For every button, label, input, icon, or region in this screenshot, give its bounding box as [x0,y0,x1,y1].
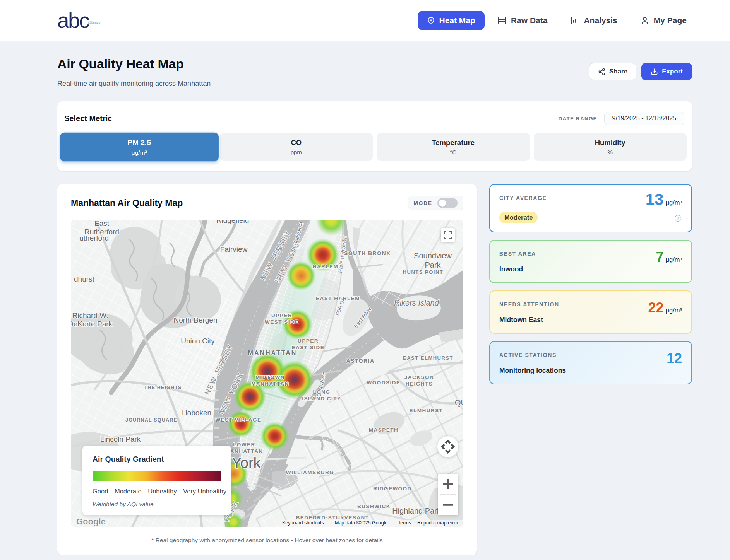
svg-text:BUSHWICK: BUSHWICK [357,504,391,509]
svg-text:ISLAND CITY: ISLAND CITY [302,396,341,401]
svg-text:BEDFORD-STUYVESANT: BEDFORD-STUYVESANT [296,515,369,521]
svg-text:SOUTH BRONX: SOUTH BRONX [344,250,391,256]
svg-text:Richard W.: Richard W. [72,311,108,319]
svg-text:HARLEM: HARLEM [313,264,339,270]
svg-text:North Bergen: North Bergen [173,316,217,324]
svg-text:Keyboard shortcuts: Keyboard shortcuts [282,520,324,526]
svg-text:East: East [94,220,110,227]
svg-text:Fairview: Fairview [220,245,248,253]
svg-text:MANHATTAN: MANHATTAN [251,381,289,387]
svg-text:JOURNAL SQUARE: JOURNAL SQUARE [125,417,177,423]
svg-text:dhurst: dhurst [74,275,95,283]
svg-text:MIDTOWN: MIDTOWN [255,374,285,380]
svg-text:Park: Park [425,261,441,269]
svg-text:Ridgefield: Ridgefield [216,220,249,224]
svg-text:ELMHURST: ELMHURST [410,408,443,413]
svg-text:Report a map error: Report a map error [417,520,458,526]
svg-text:HEIGHTS: HEIGHTS [406,381,433,387]
svg-text:Union City: Union City [181,337,215,345]
svg-text:EAST ELMHURST: EAST ELMHURST [403,355,453,361]
svg-text:WEST SIDE: WEST SIDE [265,319,299,325]
svg-text:WILLIAMSBURG: WILLIAMSBURG [286,470,334,475]
svg-text:WOODSIDE: WOODSIDE [367,380,400,386]
svg-text:MASPETH: MASPETH [369,427,399,433]
svg-text:Rikers Island: Rikers Island [394,299,439,307]
svg-text:utherford: utherford [79,234,109,242]
svg-text:Soundview: Soundview [414,251,452,260]
svg-text:DeKorte Park: DeKorte Park [71,320,113,328]
svg-text:HUNTS POINT: HUNTS POINT [403,269,444,275]
svg-text:JACKSON: JACKSON [404,374,434,380]
svg-text:Highland Park: Highland Park [392,507,441,515]
svg-text:Hoboken: Hoboken [182,409,211,417]
svg-text:Terms: Terms [398,520,411,526]
svg-text:ASTORIA: ASTORIA [346,358,374,364]
svg-text:RIDGEWOOD: RIDGEWOOD [373,486,412,492]
svg-text:LOWER: LOWER [233,442,255,447]
svg-text:QUE: QUE [455,398,463,407]
svg-text:UPPER: UPPER [298,338,319,344]
svg-text:THE HEIGHTS: THE HEIGHTS [144,385,182,390]
svg-text:Lincoln Park: Lincoln Park [100,435,141,443]
svg-text:EAST HARLEM: EAST HARLEM [316,295,360,301]
svg-text:WEST VILLAGE: WEST VILLAGE [215,417,261,423]
svg-text:Map data ©2025 Google: Map data ©2025 Google [335,520,387,526]
svg-text:MANHATTAN: MANHATTAN [248,350,297,356]
svg-text:LONG: LONG [313,389,331,395]
svg-text:UPPER: UPPER [271,312,292,318]
svg-text:Google: Google [76,517,106,526]
